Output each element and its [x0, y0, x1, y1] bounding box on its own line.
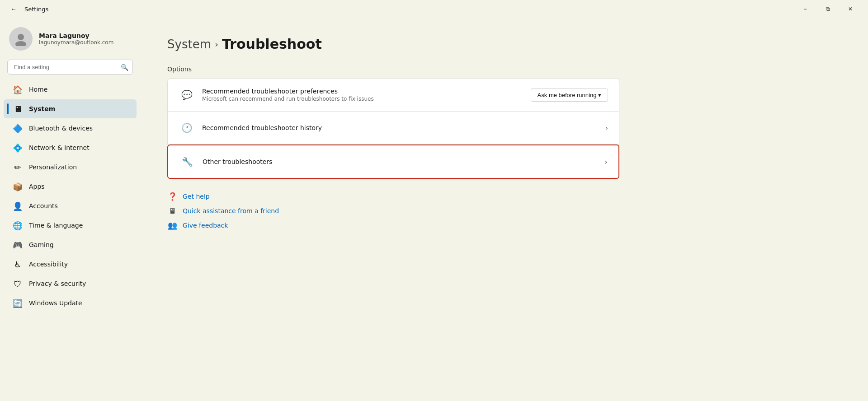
recommended-history-icon: 🕐 [179, 120, 195, 136]
other-troubleshooters-title: Other troubleshooters [203, 158, 598, 165]
personalization-icon: ✏️ [13, 162, 23, 172]
recommended-history-right: › [605, 124, 608, 132]
avatar [9, 27, 33, 51]
recommended-prefs-icon: 💬 [179, 87, 195, 103]
restore-button[interactable]: ⧉ [817, 2, 838, 16]
link-give-feedback[interactable]: 👥Give feedback [167, 220, 841, 230]
window-controls: − ⧉ ✕ [795, 2, 861, 16]
get-help-icon: ❓ [167, 191, 177, 201]
quick-assistance-icon: 🖥 [167, 206, 177, 216]
title-bar-left: ← Settings [7, 3, 48, 15]
sidebar-item-label-privacy: Privacy & security [29, 280, 86, 287]
sidebar-item-label-accounts: Accounts [29, 202, 58, 210]
sidebar-item-system[interactable]: 🖥System [4, 99, 137, 118]
setting-card-recommended-history[interactable]: 🕐Recommended troubleshooter history› [167, 112, 619, 145]
search-input[interactable] [7, 60, 133, 75]
recommended-history-chevron: › [605, 124, 608, 132]
sidebar-item-update[interactable]: 🔄Windows Update [4, 294, 137, 312]
recommended-prefs-right: Ask me before running ▾ [531, 89, 608, 102]
setting-card-recommended-prefs[interactable]: 💬Recommended troubleshooter preferencesM… [167, 78, 619, 112]
apps-icon: 📦 [13, 182, 23, 191]
network-icon: 💠 [13, 143, 23, 153]
other-troubleshooters-right: › [605, 158, 608, 166]
sidebar-item-label-gaming: Gaming [29, 241, 54, 248]
link-quick-assistance[interactable]: 🖥Quick assistance from a friend [167, 206, 841, 216]
update-icon: 🔄 [13, 298, 23, 308]
accounts-icon: 👤 [13, 201, 23, 211]
settings-cards: 💬Recommended troubleshooter preferencesM… [167, 78, 619, 179]
sidebar-item-network[interactable]: 💠Network & internet [4, 138, 137, 157]
other-troubleshooters-icon: 🔧 [179, 154, 195, 170]
sidebar-item-apps[interactable]: 📦Apps [4, 177, 137, 196]
breadcrumb-separator: › [215, 39, 218, 50]
svg-point-0 [18, 34, 24, 40]
sidebar-item-accounts[interactable]: 👤Accounts [4, 196, 137, 215]
recommended-prefs-text: Recommended troubleshooter preferencesMi… [202, 88, 524, 102]
system-icon: 🖥 [13, 104, 23, 114]
close-button[interactable]: ✕ [840, 2, 861, 16]
sidebar-item-personalization[interactable]: ✏️Personalization [4, 158, 137, 177]
give-feedback-icon: 👥 [167, 220, 177, 230]
links-section: ❓Get help🖥Quick assistance from a friend… [167, 191, 841, 230]
sidebar-item-label-time: Time & language [29, 222, 83, 229]
get-help-label: Get help [183, 193, 210, 200]
breadcrumb-parent: System [167, 37, 211, 51]
app-body: Mara Lagunoy lagunoymara@outlook.com 🔍 🏠… [0, 18, 868, 401]
breadcrumb: System › Troubleshoot [167, 36, 841, 52]
setting-card-other-troubleshooters[interactable]: 🔧Other troubleshooters› [167, 145, 619, 179]
recommended-prefs-title: Recommended troubleshooter preferences [202, 88, 524, 95]
give-feedback-label: Give feedback [183, 222, 228, 229]
search-box: 🔍 [7, 60, 133, 75]
sidebar-item-time[interactable]: 🌐Time & language [4, 216, 137, 235]
back-button[interactable]: ← [7, 3, 20, 15]
accessibility-icon: ♿ [13, 259, 23, 269]
sidebar-item-bluetooth[interactable]: 🔷Bluetooth & devices [4, 119, 137, 138]
options-label: Options [167, 65, 841, 73]
sidebar-item-label-network: Network & internet [29, 144, 90, 151]
sidebar-item-home[interactable]: 🏠Home [4, 80, 137, 99]
bluetooth-icon: 🔷 [13, 123, 23, 133]
other-troubleshooters-text: Other troubleshooters [203, 158, 598, 165]
sidebar-item-label-apps: Apps [29, 183, 45, 190]
minimize-button[interactable]: − [795, 2, 816, 16]
other-troubleshooters-chevron: › [605, 158, 608, 166]
user-profile[interactable]: Mara Lagunoy lagunoymara@outlook.com [0, 23, 140, 60]
user-name: Mara Lagunoy [39, 32, 113, 39]
svg-point-1 [15, 41, 26, 46]
sidebar-item-label-home: Home [29, 86, 47, 93]
time-icon: 🌐 [13, 220, 23, 230]
title-bar: ← Settings − ⧉ ✕ [0, 0, 868, 18]
sidebar-item-label-accessibility: Accessibility [29, 261, 68, 268]
main-content: System › Troubleshoot Options 💬Recommend… [140, 18, 868, 401]
recommended-history-text: Recommended troubleshooter history [202, 124, 598, 131]
app-title: Settings [24, 6, 48, 13]
recommended-history-title: Recommended troubleshooter history [202, 124, 598, 131]
home-icon: 🏠 [13, 84, 23, 94]
breadcrumb-current: Troubleshoot [222, 36, 322, 52]
recommended-prefs-desc: Microsoft can recommend and run troubles… [202, 96, 524, 102]
sidebar-item-gaming[interactable]: 🎮Gaming [4, 235, 137, 254]
sidebar-item-privacy[interactable]: 🛡Privacy & security [4, 274, 137, 293]
sidebar-nav: 🏠Home🖥System🔷Bluetooth & devices💠Network… [0, 80, 140, 312]
sidebar-item-label-system: System [29, 105, 55, 112]
link-get-help[interactable]: ❓Get help [167, 191, 841, 201]
gaming-icon: 🎮 [13, 240, 23, 250]
quick-assistance-label: Quick assistance from a friend [183, 207, 279, 214]
sidebar-item-accessibility[interactable]: ♿Accessibility [4, 255, 137, 274]
sidebar-item-label-personalization: Personalization [29, 163, 77, 171]
sidebar-item-label-update: Windows Update [29, 299, 82, 307]
recommended-prefs-dropdown[interactable]: Ask me before running ▾ [531, 89, 608, 102]
user-info: Mara Lagunoy lagunoymara@outlook.com [39, 32, 113, 46]
sidebar: Mara Lagunoy lagunoymara@outlook.com 🔍 🏠… [0, 18, 140, 401]
sidebar-item-label-bluetooth: Bluetooth & devices [29, 125, 93, 132]
privacy-icon: 🛡 [13, 279, 23, 289]
user-email: lagunoymara@outlook.com [39, 39, 113, 46]
